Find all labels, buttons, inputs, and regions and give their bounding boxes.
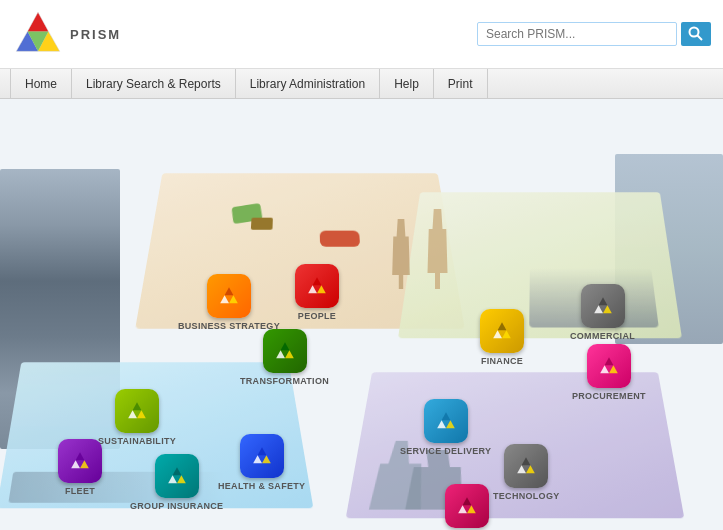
- svg-marker-42: [168, 475, 177, 483]
- svg-marker-25: [598, 297, 607, 305]
- svg-marker-43: [177, 475, 186, 483]
- svg-marker-57: [463, 497, 472, 505]
- svg-marker-19: [285, 350, 294, 358]
- svg-marker-39: [80, 460, 89, 468]
- svg-marker-23: [502, 330, 511, 338]
- svg-marker-41: [172, 467, 181, 475]
- navbar: Home Library Search & Reports Library Ad…: [0, 69, 723, 99]
- svg-marker-15: [317, 285, 326, 293]
- category-label-procurement: Procurement: [572, 391, 646, 402]
- category-label-people: People: [295, 311, 339, 322]
- svg-marker-9: [225, 287, 234, 295]
- svg-marker-18: [276, 350, 285, 358]
- svg-marker-51: [446, 420, 455, 428]
- logo-text: PRISM: [70, 27, 121, 42]
- svg-marker-10: [220, 295, 229, 303]
- nav-print[interactable]: Print: [434, 69, 488, 99]
- svg-marker-14: [308, 285, 317, 293]
- svg-marker-49: [441, 412, 450, 420]
- search-input[interactable]: [477, 22, 677, 46]
- svg-marker-37: [76, 452, 85, 460]
- svg-marker-38: [71, 460, 80, 468]
- category-fleet[interactable]: Fleet: [58, 439, 102, 497]
- svg-marker-47: [262, 455, 271, 463]
- search-icon: [688, 26, 704, 42]
- svg-marker-1: [28, 12, 49, 31]
- category-procurement[interactable]: Procurement: [572, 344, 646, 402]
- svg-marker-55: [526, 465, 535, 473]
- svg-marker-46: [253, 455, 262, 463]
- svg-marker-33: [133, 402, 142, 410]
- category-label-fleet: Fleet: [58, 486, 102, 497]
- category-finance[interactable]: Finance: [480, 309, 524, 367]
- svg-line-7: [698, 36, 703, 41]
- category-group-insurance[interactable]: Group Insurance: [130, 454, 223, 512]
- svg-marker-53: [522, 457, 531, 465]
- category-label-finance: Finance: [480, 356, 524, 367]
- svg-marker-13: [313, 277, 322, 285]
- category-label-transformation: Transformation: [240, 376, 329, 387]
- category-label-health-safety: Health & Safety: [218, 481, 305, 492]
- svg-marker-50: [437, 420, 446, 428]
- category-business-certainty[interactable]: Business Certainty: [415, 484, 520, 530]
- svg-marker-22: [493, 330, 502, 338]
- main-content: Business Strategy People Transformation: [0, 99, 723, 530]
- nav-library-search[interactable]: Library Search & Reports: [72, 69, 236, 99]
- svg-marker-27: [603, 305, 612, 313]
- svg-marker-17: [280, 342, 289, 350]
- category-people[interactable]: People: [295, 264, 339, 322]
- category-label-commercial: Commercial: [570, 331, 635, 342]
- svg-marker-58: [459, 505, 468, 513]
- svg-marker-26: [594, 305, 603, 313]
- svg-point-6: [690, 28, 699, 37]
- category-business-strategy[interactable]: Business Strategy: [178, 274, 280, 332]
- svg-marker-11: [229, 295, 238, 303]
- prism-logo: [12, 8, 64, 60]
- header: PRISM: [0, 0, 723, 69]
- logo-area: PRISM: [12, 8, 121, 60]
- category-label-service-delivery: Service Delivery: [400, 446, 491, 457]
- svg-marker-21: [498, 322, 507, 330]
- furniture-table: [251, 218, 273, 230]
- svg-marker-59: [467, 505, 476, 513]
- category-commercial[interactable]: Commercial: [570, 284, 635, 342]
- nav-help[interactable]: Help: [380, 69, 434, 99]
- nav-home[interactable]: Home: [10, 69, 72, 99]
- nav-library-admin[interactable]: Library Administration: [236, 69, 380, 99]
- category-health-safety[interactable]: Health & Safety: [218, 434, 305, 492]
- svg-marker-29: [605, 357, 614, 365]
- svg-marker-45: [257, 447, 266, 455]
- furniture-sofa: [320, 231, 361, 247]
- svg-marker-34: [128, 410, 137, 418]
- search-button[interactable]: [681, 22, 711, 46]
- category-transformation[interactable]: Transformation: [240, 329, 329, 387]
- svg-marker-54: [517, 465, 526, 473]
- category-label-sustainability: Sustainability: [98, 436, 176, 447]
- svg-marker-30: [600, 365, 609, 373]
- category-label-group-insurance: Group Insurance: [130, 501, 223, 512]
- category-sustainability[interactable]: Sustainability: [98, 389, 176, 447]
- category-service-delivery[interactable]: Service Delivery: [400, 399, 491, 457]
- svg-marker-35: [137, 410, 146, 418]
- search-area: [477, 22, 711, 46]
- svg-marker-31: [609, 365, 618, 373]
